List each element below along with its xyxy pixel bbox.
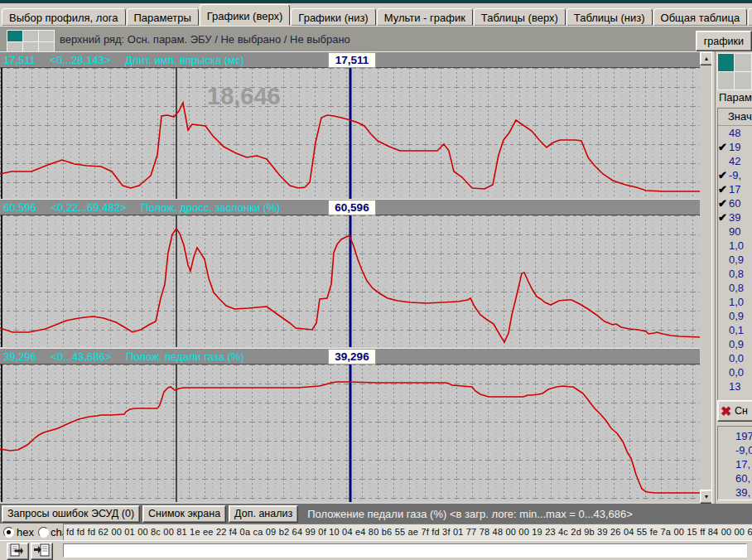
- chart-header: 60,596 <0,22...69,482> Полож. дросс. зас…: [0, 199, 700, 215]
- app-window: Выбор профиля, логаПараметрыГрафики (вер…: [0, 0, 752, 560]
- document-arrow-icon: [10, 543, 26, 557]
- hex-radio-label[interactable]: hex: [17, 526, 34, 538]
- param-value-row[interactable]: 1,0: [718, 239, 752, 253]
- chart-title: Полож. дросс. заслонки (%): [141, 201, 280, 214]
- hex-bar: hex char fd fd fd 62 00 01 00 8c 00 81 1…: [0, 524, 752, 540]
- checkmark-icon: ✔: [718, 210, 729, 224]
- toolbar: верхний ряд: Осн. парам. ЭБУ / Не выбран…: [0, 26, 752, 52]
- param-value-text: 39,: [735, 486, 750, 499]
- param-column-header: Парам: [719, 91, 752, 106]
- param-value-row[interactable]: 13: [718, 379, 752, 393]
- chart-block-throttle: 60,596 <0,22...69,482> Полож. дросс. зас…: [0, 199, 700, 347]
- param-value-list: 48✔1942✔-9,✔17✔60✔39901,00,90,80,81,00,9…: [718, 126, 752, 393]
- hex-data-field: fd fd fd 62 00 01 00 8c 00 81 1e ee 22 f…: [63, 524, 752, 540]
- tab-1[interactable]: Параметры: [127, 8, 199, 26]
- param-value-row[interactable]: 0,0: [718, 351, 752, 365]
- chart-range-label: <0...28,143>: [50, 54, 110, 66]
- param-value-row[interactable]: ✔-9,: [718, 168, 752, 182]
- chart-scrollbar[interactable]: ▲ ▼: [700, 51, 711, 504]
- tab-0[interactable]: Выбор профиля, лога: [2, 8, 126, 26]
- charts-button[interactable]: графики: [696, 31, 752, 51]
- param-value-row[interactable]: ✔39: [718, 210, 752, 224]
- arrow-document-icon: [34, 543, 50, 557]
- param-value-row[interactable]: ✔19: [718, 140, 752, 154]
- clear-selection-button[interactable]: ✖ Сн: [717, 400, 752, 422]
- param-value-row[interactable]: 0,8: [718, 281, 752, 295]
- chart-title: Полож. педали газа (%): [126, 350, 244, 363]
- param-value-row[interactable]: 17,: [718, 457, 752, 471]
- bottom-button-0[interactable]: Запросы ошибок ЭСУД (0): [2, 505, 140, 523]
- param-value-text: 0,0: [729, 352, 744, 364]
- cursor-value-box: 60,596: [328, 200, 376, 215]
- tab-2[interactable]: Графики (верх): [200, 4, 291, 26]
- param-value-text: 17,: [735, 458, 750, 471]
- hex-radio[interactable]: [3, 527, 14, 538]
- chart-current-value: 39,296: [3, 350, 36, 363]
- param-value-text: 60: [729, 197, 740, 210]
- cursor-value-box: 39,296: [328, 349, 376, 364]
- chart-block-pedal: 39,296 <0...43,686> Полож. педали газа (…: [0, 348, 700, 502]
- layout-grid-icon[interactable]: [717, 53, 752, 90]
- param-value-row[interactable]: 0,9: [718, 253, 752, 267]
- bottom-button-1[interactable]: Снимок экрана: [142, 505, 226, 523]
- param-value-text: 197: [735, 430, 752, 442]
- param-value-row[interactable]: -9,0: [718, 443, 752, 457]
- param-value-text: 60,: [735, 472, 750, 485]
- param-value-text: 39: [729, 211, 740, 224]
- param-value-row[interactable]: 0,8: [718, 267, 752, 281]
- param-value-row[interactable]: 0,9: [718, 309, 752, 323]
- chart-current-value: 17,511: [3, 54, 36, 66]
- param-value-text: 48: [729, 127, 740, 139]
- param-value-row[interactable]: 90: [718, 224, 752, 239]
- tab-7[interactable]: Общая таблица: [653, 8, 748, 26]
- import-log-button[interactable]: [31, 543, 53, 560]
- param-value-row[interactable]: 0,9: [718, 337, 752, 351]
- chart-plot-throttle[interactable]: [0, 215, 700, 347]
- tab-4[interactable]: Мульти - график: [377, 8, 473, 26]
- tab-3[interactable]: Графики (низ): [291, 8, 375, 26]
- param-value-text: 1,0: [729, 239, 744, 252]
- checkmark-icon: ✔: [718, 182, 729, 196]
- chart-title: Длит. имп. впрыска (мс): [125, 54, 244, 66]
- param-value-text: 0,0: [729, 366, 744, 379]
- param-value-text: 90: [729, 225, 740, 238]
- tab-6[interactable]: Таблицы (низ): [566, 8, 653, 26]
- param-value-text: 1,0: [729, 296, 744, 308]
- param-value-row[interactable]: 39,: [718, 485, 752, 500]
- chart-watermark: 18,646: [207, 83, 281, 109]
- param-value-row[interactable]: 1,0: [718, 295, 752, 309]
- tab-8[interactable]: Настройки: [748, 8, 752, 26]
- command-input[interactable]: [63, 543, 747, 558]
- param-value-text: 0,8: [729, 268, 744, 280]
- chart-plot-injection[interactable]: 18,646: [0, 68, 700, 200]
- param-value-text: 0,9: [729, 310, 744, 322]
- param-value-text: 17: [729, 183, 740, 196]
- char-radio[interactable]: [38, 527, 49, 538]
- export-log-button[interactable]: [7, 543, 29, 560]
- chart-header: 17,511 <0...28,143> Длит. имп. впрыска (…: [0, 51, 700, 68]
- cursor-values-list: 197-9,017,60,39,: [717, 426, 752, 500]
- param-value-row[interactable]: ✔17: [718, 182, 752, 196]
- tab-5[interactable]: Таблицы (верх): [474, 8, 566, 26]
- param-value-row[interactable]: 42: [718, 154, 752, 168]
- chart-current-value: 60,596: [3, 201, 36, 214]
- layout-grid-icon[interactable]: [7, 30, 55, 53]
- bottom-button-bar: Запросы ошибок ЭСУД (0)Снимок экранаДоп.…: [0, 504, 752, 524]
- chart-plot-pedal[interactable]: [0, 364, 700, 502]
- status-message: Положение педали газа (%) <в загр. логе:…: [307, 508, 633, 520]
- red-x-icon: ✖: [721, 404, 731, 418]
- param-value-row[interactable]: 60,: [718, 471, 752, 485]
- param-value-row[interactable]: 197: [718, 429, 752, 443]
- bottom-button-2[interactable]: Доп. анализ: [229, 505, 298, 523]
- param-value-row[interactable]: ✔60: [718, 196, 752, 210]
- param-value-panel: Знач 48✔1942✔-9,✔17✔60✔39901,00,90,80,81…: [717, 108, 752, 401]
- chart-header: 39,296 <0...43,686> Полож. педали газа (…: [0, 348, 700, 364]
- param-value-row[interactable]: 48: [718, 126, 752, 140]
- param-value-row[interactable]: 0,1: [718, 323, 752, 337]
- row-config-label: верхний ряд: Осн. парам. ЭБУ / Не выбран…: [60, 33, 350, 46]
- param-value-text: 42: [729, 155, 740, 167]
- parameters-sidebar: Парам Знач 48✔1942✔-9,✔17✔60✔39901,00,90…: [716, 51, 752, 504]
- param-value-text: 0,9: [729, 253, 744, 266]
- param-value-row[interactable]: 0,0: [718, 365, 752, 379]
- chart-range-label: <0,22...69,482>: [51, 201, 126, 214]
